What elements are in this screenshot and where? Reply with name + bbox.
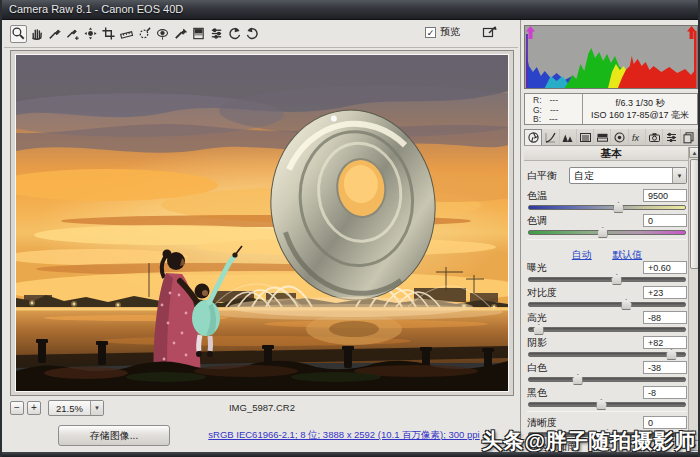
zoom-bar: IMG_5987.CR2 − + 21.5% ▼ [10,399,514,418]
tab-hsl-grayscale[interactable] [577,129,594,145]
slider-track[interactable] [528,402,686,407]
slider-thumb[interactable] [621,299,632,310]
rotate-right-icon[interactable] [244,25,261,43]
slider-value[interactable]: +82 [643,336,687,349]
slider-value[interactable]: +23 [643,286,687,299]
slider-value[interactable]: -88 [643,311,687,324]
chevron-down-icon: ▼ [672,168,686,183]
zoom-in-button[interactable]: + [27,401,41,415]
camera-raw-window: Camera Raw 8.1 - Canon EOS 40D [0,0,700,457]
chevron-down-icon: ▼ [90,401,103,415]
title-bar[interactable]: Camera Raw 8.1 - Canon EOS 40D [2,0,700,20]
preview-label: 预览 [440,25,460,39]
slider-label: 黑色 [527,386,547,400]
zoom-level-select[interactable]: 21.5% ▼ [48,400,104,416]
panel-title: 基本 [524,147,698,161]
tab-detail[interactable] [560,129,577,145]
white-balance-tool[interactable] [46,25,63,43]
slider-track[interactable] [528,205,686,210]
zoom-tool[interactable] [10,25,27,43]
photo-canvas[interactable] [15,54,509,392]
zoom-out-button[interactable]: − [10,401,24,415]
slider-value[interactable]: 9500 [643,189,687,202]
slider-label: 对比度 [527,286,557,300]
slider-contrast: 对比度+23 [527,286,687,307]
slider-thumb[interactable] [597,227,608,238]
histogram[interactable] [524,25,698,89]
tab-presets[interactable] [663,129,680,145]
graduated-filter-tool[interactable] [190,25,207,43]
slider-track[interactable] [528,352,686,357]
slider-track[interactable] [528,302,686,307]
slider-thumb[interactable] [596,399,607,410]
slider-track[interactable] [528,377,686,382]
slider-label: 色调 [527,214,547,228]
tab-lens-corrections[interactable] [611,129,628,145]
rgb-readout: R:--- G:--- B:--- [525,94,583,124]
panel-tabs: fx [524,129,698,146]
divider [527,411,687,412]
tab-effects[interactable]: fx [629,129,646,145]
exif-exposure: f/6.3 1/30 秒 [583,97,697,109]
adjustment-brush-tool[interactable] [172,25,189,43]
white-balance-value: 自定 [570,169,672,183]
slider-track[interactable] [528,327,686,332]
tab-snapshots[interactable] [681,129,698,145]
slider-track[interactable] [528,230,686,235]
watermark: 头条@胖子随拍摄影师 [482,427,696,455]
slider-label: 高光 [527,311,547,325]
fullscreen-toggle-icon[interactable] [480,24,500,40]
image-preview-area [10,50,514,396]
svg-text:fx: fx [632,133,640,143]
targeted-adjustment-tool[interactable] [82,25,99,43]
rotate-left-icon[interactable] [226,25,243,43]
panel-scrollbar[interactable]: ▲ ▼ [688,147,699,451]
hand-tool[interactable] [28,25,45,43]
workflow-options-link[interactable]: sRGB IEC61966-2.1; 8 位; 3888 x 2592 (10.… [174,429,514,442]
slider-track[interactable] [528,277,686,282]
slider-thumb[interactable] [611,274,622,285]
slider-tint: 色调0 [527,214,687,235]
divider [527,239,687,240]
slider-label: 色温 [527,189,547,203]
slider-highlights: 高光-88 [527,311,687,332]
scrollbar-thumb[interactable] [690,159,699,269]
window-bottom-edge [2,452,700,457]
zoom-level-value: 21.5% [49,403,90,414]
tab-split-toning[interactable] [594,129,611,145]
slider-value[interactable]: 0 [643,214,687,227]
exif-info: R:--- G:--- B:--- f/6.3 1/30 秒 ISO 160 1… [524,93,698,125]
slider-thumb[interactable] [572,374,583,385]
straighten-tool[interactable] [118,25,135,43]
histogram-plot [525,26,697,88]
footer: 存储图像... sRGB IEC61966-2.1; 8 位; 3888 x 2… [4,420,518,451]
color-sampler-tool[interactable] [64,25,81,43]
slider-exposure: 曝光+0.60 [527,261,687,282]
save-image-button[interactable]: 存储图像... [58,425,170,446]
basic-panel: 白平衡 自定 ▼ 色温9500 色调0 自动 默认值 曝光+0.60 [525,162,689,451]
default-link[interactable]: 默认值 [612,249,642,260]
window-title: Camera Raw 8.1 - Canon EOS 40D [9,3,183,15]
slider-label: 曝光 [527,261,547,275]
crop-tool[interactable] [100,25,117,43]
auto-link[interactable]: 自动 [572,249,592,260]
exif-iso-lens: ISO 160 17-85@17 毫米 [583,109,697,121]
preview-checkbox[interactable]: ✓ [425,27,436,38]
tab-tone-curve[interactable] [542,129,559,145]
slider-label: 阴影 [527,336,547,350]
red-eye-tool[interactable] [154,25,171,43]
slider-thumb[interactable] [666,349,677,360]
right-panel: R:--- G:--- B:--- f/6.3 1/30 秒 ISO 160 1… [520,20,700,451]
slider-thumb[interactable] [613,202,624,213]
slider-value[interactable]: +0.60 [643,261,687,274]
white-balance-select[interactable]: 自定 ▼ [569,167,687,184]
slider-thumb[interactable] [533,324,544,335]
preferences-tool[interactable] [208,25,225,43]
slider-value[interactable]: -38 [643,361,687,374]
tab-basic[interactable] [524,129,542,145]
slider-value[interactable]: -8 [643,386,687,399]
tab-camera-calibration[interactable] [646,129,663,145]
spot-removal-tool[interactable] [136,25,153,43]
white-balance-label: 白平衡 [527,169,569,183]
scroll-up-icon[interactable]: ▲ [689,147,700,158]
